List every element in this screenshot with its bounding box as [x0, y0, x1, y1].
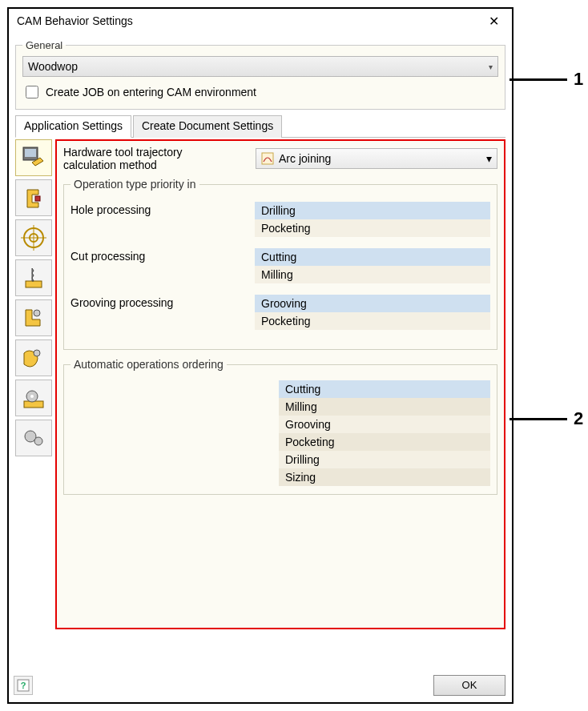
arc-joining-icon: [261, 152, 274, 165]
list-item[interactable]: Grooving: [279, 416, 490, 433]
pocket-icon: [21, 345, 46, 371]
hole-label: Hole processing: [70, 202, 255, 216]
list-item[interactable]: Grooving: [255, 295, 490, 312]
close-icon[interactable]: ✕: [481, 14, 505, 29]
list-item[interactable]: Pocketing: [255, 312, 490, 330]
machine-select[interactable]: Woodwop ▾: [22, 56, 498, 77]
hole-processing-row: Hole processing Drilling Pocketing: [70, 202, 490, 237]
help-icon: ?: [17, 679, 30, 692]
auto-ordering-legend: Automatic operations ordering: [70, 358, 227, 371]
chevron-down-icon: ▾: [486, 152, 492, 165]
grooving-processing-row: Grooving processing Grooving Pocketing: [70, 295, 490, 330]
list-item[interactable]: Pocketing: [279, 433, 490, 451]
cut-processing-row: Cut processing Cutting Milling: [70, 248, 490, 283]
svg-rect-15: [262, 153, 273, 164]
auto-list-wrap: Cutting Milling Grooving Pocketing Drill…: [70, 380, 490, 486]
list-item[interactable]: Cutting: [279, 380, 490, 398]
svg-point-14: [34, 437, 42, 445]
tool-icon: [21, 305, 46, 331]
create-job-checkbox-row[interactable]: Create JOB on entering CAM environment: [22, 83, 498, 101]
target-icon: [21, 225, 46, 251]
tab-application-settings[interactable]: Application Settings: [15, 115, 131, 138]
list-item[interactable]: Milling: [279, 398, 490, 416]
cut-label: Cut processing: [70, 248, 255, 263]
sidebar-cam-settings[interactable]: [15, 139, 52, 176]
titlebar: CAM Behavior Settings ✕: [9, 9, 512, 33]
callout-number: 1: [574, 69, 583, 90]
window-title: CAM Behavior Settings: [15, 14, 133, 27]
trajectory-label: Hardware tool trajectory calculation met…: [63, 146, 248, 171]
callout-number: 2: [574, 408, 583, 429]
machine-select-value: Woodwop: [28, 60, 78, 73]
trajectory-row: Hardware tool trajectory calculation met…: [63, 146, 497, 171]
drill-icon: [21, 265, 46, 291]
sidebar-drill[interactable]: [15, 259, 52, 296]
callout-2: 2: [509, 408, 583, 429]
trajectory-select[interactable]: Arc joining ▾: [256, 148, 497, 169]
gear-two-icon: [21, 425, 46, 451]
list-item[interactable]: Sizing: [279, 468, 490, 486]
callout-line: [509, 78, 567, 81]
general-fieldset: General Woodwop ▾ Create JOB on entering…: [15, 39, 505, 110]
sidebar-pocket[interactable]: [15, 339, 52, 376]
content-row: Hardware tool trajectory calculation met…: [15, 139, 505, 629]
general-legend: General: [22, 39, 66, 51]
icon-sidebar: [15, 139, 54, 629]
sidebar-tool[interactable]: [15, 299, 52, 336]
gear-base-icon: [21, 385, 46, 411]
auto-ordering-fieldset: Automatic operations ordering Cutting Mi…: [63, 358, 497, 495]
list-item[interactable]: Pocketing: [255, 219, 490, 237]
svg-text:?: ?: [21, 681, 26, 690]
cam-behavior-dialog: CAM Behavior Settings ✕ General Woodwop …: [7, 7, 513, 704]
sidebar-gear-two[interactable]: [15, 420, 52, 456]
clamp-icon: [21, 185, 46, 211]
hole-list[interactable]: Drilling Pocketing: [255, 202, 490, 237]
spacer: [70, 380, 279, 486]
svg-rect-1: [25, 149, 36, 157]
list-item[interactable]: Drilling: [255, 202, 490, 219]
list-item[interactable]: Drilling: [279, 451, 490, 468]
svg-point-8: [34, 310, 40, 316]
svg-rect-2: [35, 196, 40, 201]
create-job-label: Create JOB on entering CAM environment: [46, 86, 256, 98]
help-button[interactable]: ?: [14, 676, 33, 695]
ok-button[interactable]: OK: [433, 675, 505, 696]
sidebar-target[interactable]: [15, 219, 52, 256]
auto-list[interactable]: Cutting Milling Grooving Pocketing Drill…: [279, 380, 490, 486]
dialog-body: General Woodwop ▾ Create JOB on entering…: [9, 33, 512, 634]
svg-rect-7: [26, 281, 42, 287]
sidebar-gear-base[interactable]: [15, 380, 52, 416]
svg-point-12: [30, 395, 34, 398]
groove-label: Grooving processing: [70, 295, 255, 309]
priority-legend: Operation type priority in: [70, 178, 199, 191]
tab-create-document-settings[interactable]: Create Document Settings: [133, 115, 282, 138]
svg-point-9: [34, 350, 40, 356]
sidebar-clamp[interactable]: [15, 179, 52, 216]
trajectory-value: Arc joining: [279, 152, 331, 165]
list-item[interactable]: Cutting: [255, 248, 490, 266]
chevron-down-icon: ▾: [489, 62, 493, 71]
cam-settings-icon: [21, 145, 46, 171]
tab-strip: Application Settings Create Document Set…: [15, 114, 505, 138]
main-panel: Hardware tool trajectory calculation met…: [55, 139, 505, 629]
groove-list[interactable]: Grooving Pocketing: [255, 295, 490, 330]
create-job-checkbox[interactable]: [26, 86, 38, 98]
cut-list[interactable]: Cutting Milling: [255, 248, 490, 283]
list-item[interactable]: Milling: [255, 266, 490, 283]
callout-line: [509, 418, 567, 420]
priority-fieldset: Operation type priority in Hole processi…: [63, 178, 497, 350]
dialog-footer: ? OK: [14, 675, 505, 696]
callout-1: 1: [509, 69, 583, 90]
